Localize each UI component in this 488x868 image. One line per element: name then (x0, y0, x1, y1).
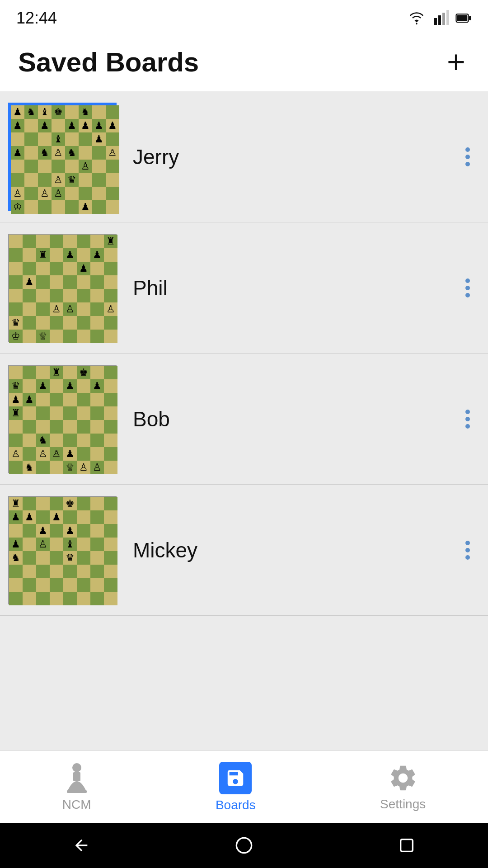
add-board-button[interactable]: + (442, 46, 470, 78)
status-bar: 12:44 (0, 0, 488, 33)
status-time: 12:44 (16, 9, 57, 28)
nav-item-boards[interactable]: Boards (197, 757, 274, 817)
page-title: Saved Boards (18, 47, 199, 78)
nav-label-settings: Settings (380, 797, 426, 811)
wifi-icon (407, 11, 427, 25)
android-nav-bar (0, 823, 488, 868)
board-item[interactable]: ♜♜♟♟♟♟♙♙♙♛♔♕Phil (0, 222, 488, 354)
header: Saved Boards + (0, 33, 488, 91)
bottom-nav: NCM Boards Settings (0, 750, 488, 823)
svg-rect-2 (442, 13, 445, 25)
svg-rect-9 (67, 790, 87, 793)
status-icons (407, 10, 472, 26)
svg-point-7 (72, 763, 81, 772)
svg-rect-0 (434, 18, 437, 25)
pawn-icon (63, 762, 90, 794)
battery-icon (455, 10, 472, 26)
chess-board-thumbnail: ♜♚♛♟♟♟♟♟♜♞♙♙♙♟♞♕♙♙ (8, 365, 117, 473)
recent-apps-button[interactable] (395, 834, 418, 857)
board-item[interactable]: ♜♚♟♟♟♟♟♟♙♝♞♛Mickey (0, 485, 488, 616)
board-item[interactable]: ♟♞♝♚♞♟♟♟♟♟♟♝♟♟♞♙♞♙♙♙♛♙♙♙♔♟Jerry (0, 91, 488, 222)
chess-board-thumbnail: ♜♚♟♟♟♟♟♟♙♝♞♛ (8, 496, 117, 604)
nav-item-ncm[interactable]: NCM (44, 758, 109, 816)
svg-rect-6 (469, 16, 471, 20)
home-button[interactable] (233, 834, 255, 857)
signal-icon (433, 10, 449, 26)
svg-rect-1 (438, 15, 441, 25)
chess-board-thumbnail: ♟♞♝♚♞♟♟♟♟♟♟♝♟♟♞♙♞♙♙♙♛♙♙♙♔♟ (8, 103, 117, 211)
board-name: Mickey (117, 538, 461, 562)
board-name: Jerry (117, 145, 461, 169)
more-options-button[interactable] (461, 536, 474, 564)
nav-label-boards: Boards (216, 798, 256, 812)
board-name: Bob (117, 407, 461, 431)
chess-board-thumbnail: ♜♜♟♟♟♟♙♙♙♛♔♕ (8, 234, 117, 342)
more-options-button[interactable] (461, 274, 474, 302)
more-options-button[interactable] (461, 405, 474, 433)
svg-rect-5 (457, 15, 468, 21)
svg-rect-3 (446, 10, 449, 25)
board-list: ♟♞♝♚♞♟♟♟♟♟♟♝♟♟♞♙♞♙♙♙♛♙♙♙♔♟Jerry♜♜♟♟♟♟♙♙♙… (0, 91, 488, 750)
boards-icon (225, 768, 246, 788)
board-item[interactable]: ♜♚♛♟♟♟♟♟♜♞♙♙♙♟♞♕♙♙Bob (0, 354, 488, 485)
svg-rect-11 (401, 840, 413, 852)
back-button[interactable] (70, 834, 93, 857)
settings-icon (388, 763, 418, 793)
svg-rect-8 (73, 772, 80, 781)
nav-label-ncm: NCM (62, 797, 91, 812)
more-options-button[interactable] (461, 143, 474, 171)
nav-item-settings[interactable]: Settings (362, 758, 444, 816)
board-name: Phil (117, 276, 461, 300)
svg-point-10 (236, 838, 251, 853)
save-icon-wrapper (219, 762, 252, 794)
